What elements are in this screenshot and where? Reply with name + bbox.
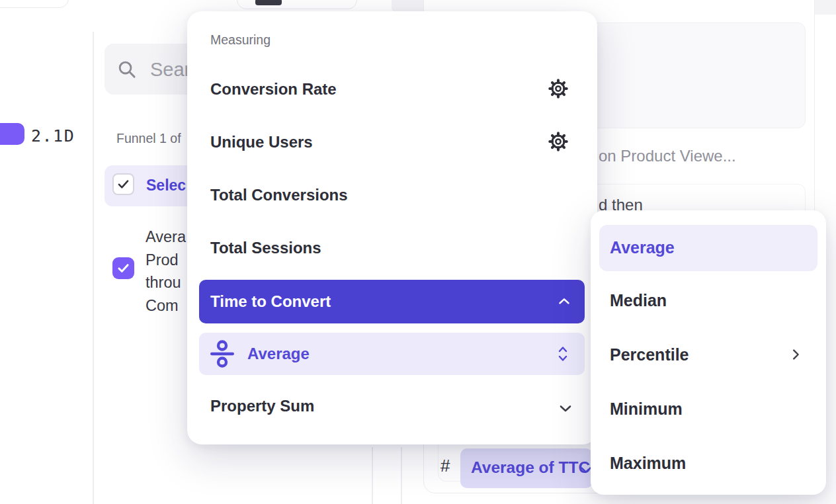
measuring-dropdown-menu: Measuring Conversion Rate Unique Users	[187, 11, 597, 444]
partial-card-top-left	[0, 0, 69, 8]
app-screen: Sear 2.1D Funnel 1 of Selec Avera Prod t…	[0, 0, 836, 504]
gear-icon[interactable]	[548, 79, 568, 99]
gear-icon[interactable]	[548, 132, 568, 151]
menu-item-total-sessions[interactable]: Total Sessions	[210, 239, 321, 257]
aggregation-submenu: Average Median Percentile Minimum Maximu…	[591, 210, 826, 495]
metric-checkbox-checked[interactable]	[112, 257, 134, 279]
menu-item-label: Time to Convert	[210, 292, 331, 311]
event-checkbox-checked[interactable]	[112, 173, 134, 195]
column-divider-line	[372, 447, 373, 504]
toggle-knob	[255, 0, 282, 5]
menu-item-conversion-rate[interactable]: Conversion Rate	[210, 80, 337, 99]
metric-selector-label: Average of TTC	[471, 458, 590, 477]
chevron-right-icon	[788, 347, 803, 362]
submenu-item-maximum[interactable]: Maximum	[610, 454, 686, 473]
menu-section-header: Measuring	[210, 32, 271, 48]
chevron-down-icon[interactable]	[558, 400, 573, 416]
description-line: throu	[146, 271, 186, 294]
time-to-convert-aggregation-row[interactable]: Average	[199, 333, 585, 375]
description-line: Avera	[146, 226, 186, 249]
funnel-count-label: Funnel 1 of	[116, 131, 181, 146]
checkmark-icon	[116, 177, 130, 191]
chevron-up-icon	[557, 294, 571, 309]
panel-divider-line	[93, 32, 94, 504]
submenu-item-label: Average	[610, 238, 675, 257]
column-divider-line	[401, 447, 402, 504]
aggregation-selector-label: Average	[247, 345, 310, 363]
chevron-up-down-icon	[557, 345, 569, 362]
event-name-text: on Product Viewe...	[599, 147, 736, 165]
funnel-step-badge: 2.1D	[31, 126, 75, 146]
funnel-step-color-bar[interactable]	[0, 123, 24, 145]
metric-description-text: Avera Prod throu Com	[146, 226, 186, 317]
search-icon	[116, 59, 137, 79]
menu-item-unique-users[interactable]: Unique Users	[210, 133, 313, 151]
search-placeholder: Sear	[150, 59, 190, 81]
submenu-item-median[interactable]: Median	[610, 291, 667, 310]
metric-type-prefix: #	[440, 456, 450, 476]
menu-item-total-conversions[interactable]: Total Conversions	[210, 186, 348, 204]
selected-event-label: Selec	[146, 177, 186, 194]
metric-selector-pill[interactable]: Average of TTC	[460, 448, 593, 488]
menu-item-property-sum[interactable]: Property Sum	[210, 397, 314, 415]
submenu-item-minimum[interactable]: Minimum	[610, 399, 683, 419]
submenu-item-average-selected[interactable]: Average	[599, 225, 817, 271]
description-line: Prod	[146, 249, 186, 272]
average-division-icon	[209, 339, 235, 368]
description-line: Com	[146, 294, 186, 317]
submenu-item-percentile[interactable]: Percentile	[610, 345, 689, 364]
menu-item-time-to-convert-selected[interactable]: Time to Convert	[199, 280, 585, 323]
checkmark-icon	[116, 261, 130, 275]
